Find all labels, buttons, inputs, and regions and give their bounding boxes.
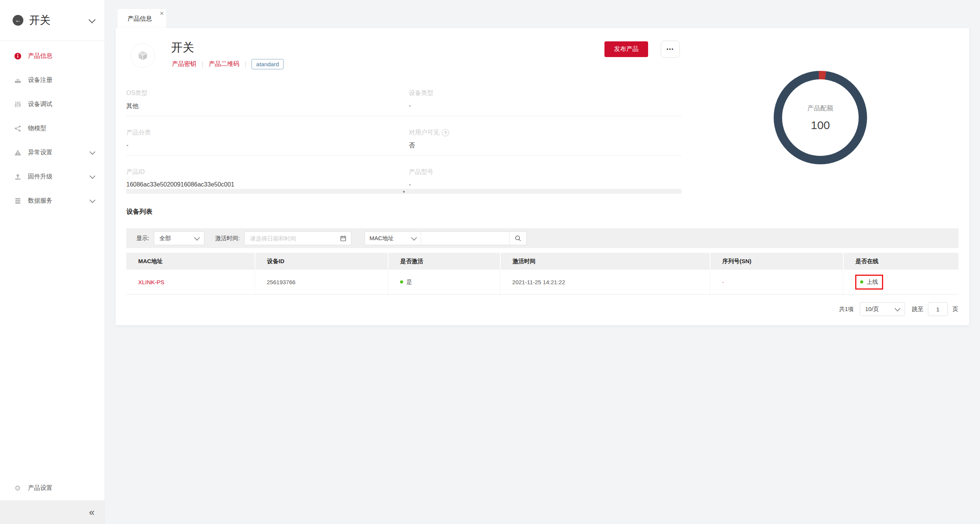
page-size-value: 10/页 (865, 306, 879, 313)
search-icon (514, 235, 521, 242)
chevron-down-icon (90, 197, 96, 203)
sidebar-item-device-register[interactable]: 设备注册 (0, 68, 105, 92)
sidebar-item-firmware-upgrade[interactable]: 固件升级 (0, 165, 105, 189)
search-field-value: MAC地址 (369, 235, 394, 242)
search-button[interactable] (509, 232, 526, 245)
database-icon (13, 197, 22, 205)
sidebar-item-label: 产品设置 (28, 484, 95, 492)
cell-device-id: 256193766 (255, 270, 388, 294)
field-value: 否 (409, 142, 681, 150)
search-field-select[interactable]: MAC地址 (365, 232, 421, 245)
cell-activated: 是 (388, 270, 500, 294)
help-icon[interactable]: ? (442, 129, 449, 136)
field-user-visible: 对用户可见 ? 否 (409, 129, 681, 156)
sidebar-item-label: 产品信息 (28, 52, 95, 60)
sidebar-item-device-debug[interactable]: 设备调试 (0, 92, 105, 116)
sidebar-item-label: 数据服务 (28, 197, 90, 205)
sidebar-item-thing-model[interactable]: 物模型 (0, 116, 105, 141)
product-avatar (131, 43, 155, 68)
upload-icon (13, 173, 22, 180)
green-dot-icon (860, 280, 863, 283)
product-qrcode-link[interactable]: 产品二维码 (209, 60, 239, 68)
device-list-title: 设备列表 (126, 207, 152, 216)
jump-page-input[interactable] (928, 302, 948, 316)
sidebar-item-label: 固件升级 (28, 173, 90, 181)
device-mac-link[interactable]: XLINK-PS (138, 279, 164, 285)
product-info-card: 开关 产品密钥 | 产品二维码 | atandard 发布产品 ••• OS类型… (116, 28, 969, 325)
field-label: 设备类型 (409, 89, 681, 97)
pagination: 共1项 10/页 跳至 页 (839, 302, 958, 316)
field-value: - (409, 181, 681, 188)
sidebar-nav: 产品信息 设备注册 设备调试 物模型 异常设置 (0, 41, 105, 213)
chevron-down-icon (90, 149, 96, 155)
publish-product-button[interactable]: 发布产品 (604, 41, 648, 57)
close-icon[interactable]: × (160, 9, 164, 18)
calendar-icon (340, 235, 346, 242)
collapse-triangle-icon: ▼ (402, 190, 406, 194)
tab-product-info[interactable]: 产品信息 × (118, 9, 166, 28)
donut-center-value: 100 (811, 119, 830, 132)
table-row: XLINK-PS 256193766 是 2021-11-25 14:21:22… (126, 270, 959, 295)
field-label: 对用户可见 (409, 129, 439, 137)
show-filter-value: 全部 (159, 235, 171, 242)
online-status-value: 上线 (867, 278, 878, 286)
sidebar-item-label: 物模型 (28, 124, 95, 133)
sidebar-item-label: 异常设置 (28, 149, 90, 157)
date-input[interactable] (249, 235, 340, 242)
cube-icon (136, 49, 149, 62)
cell-mac: XLINK-PS (126, 270, 255, 294)
collapse-sidebar-icon[interactable]: « (89, 507, 95, 517)
gear-icon: ⚙ (13, 485, 22, 492)
divider: | (245, 61, 246, 68)
product-type-tag: atandard (252, 59, 283, 69)
chevron-down-icon (411, 234, 417, 241)
field-label: 产品型号 (409, 168, 681, 176)
total-count: 共1项 (839, 306, 854, 313)
collapse-fields-bar[interactable]: ▼ (126, 189, 681, 194)
quota-donut-chart: 产品配额 100 (774, 71, 867, 164)
device-table-header: MAC地址 设备ID 是否激活 激活时间 序列号(SN) 是否在线 (126, 253, 959, 270)
sidebar-item-product-info[interactable]: 产品信息 (0, 44, 105, 68)
sidebar-item-product-settings[interactable]: ⚙ 产品设置 (0, 476, 105, 500)
back-icon[interactable]: ← (13, 15, 23, 26)
chevron-down-icon (90, 173, 96, 179)
column-header-mac: MAC地址 (126, 253, 255, 270)
search-compound: MAC地址 (364, 231, 527, 245)
sn-value: - (722, 279, 724, 285)
page-size-select[interactable]: 10/页 (860, 302, 905, 316)
column-header-device-id: 设备ID (255, 253, 388, 270)
sidebar-item-data-service[interactable]: 数据服务 (0, 189, 105, 213)
donut-center-label: 产品配额 (807, 104, 833, 113)
tab-label: 产品信息 (127, 15, 152, 23)
jump-suffix: 页 (952, 306, 958, 313)
more-actions-button[interactable]: ••• (661, 41, 680, 58)
field-value: - (409, 102, 681, 109)
sliders-icon (13, 101, 22, 108)
product-key-link[interactable]: 产品密钥 (172, 60, 196, 68)
chevron-down-icon (194, 234, 200, 241)
column-header-activation-time: 激活时间 (500, 253, 710, 270)
field-product-model: 产品型号 - (409, 168, 681, 191)
sidebar-item-exception-settings[interactable]: 异常设置 (0, 141, 105, 165)
search-input[interactable] (421, 232, 509, 245)
activation-time-picker[interactable] (244, 231, 351, 245)
device-list-filter-bar: 显示: 全部 激活时间: MAC地址 (126, 228, 959, 248)
product-switcher[interactable]: ← 开关 (0, 0, 105, 41)
divider: | (202, 61, 203, 68)
show-filter-select[interactable]: 全部 (154, 231, 204, 245)
activated-value: 是 (407, 278, 412, 286)
info-circle-icon (13, 52, 22, 60)
online-status-highlight-box: 上线 (855, 275, 883, 290)
cell-sn: - (710, 270, 843, 294)
chevron-down-icon (895, 305, 901, 311)
activation-time-label: 激活时间: (215, 235, 240, 242)
warning-icon (13, 149, 22, 156)
green-dot-icon (400, 280, 403, 283)
column-header-activated: 是否激活 (388, 253, 500, 270)
chevron-down-icon[interactable] (88, 16, 95, 23)
sidebar-item-label: 设备调试 (28, 100, 95, 108)
jump-to-label: 跳至 (912, 306, 923, 313)
show-filter-label: 显示: (136, 235, 149, 242)
cell-activation-time: 2021-11-25 14:21:22 (500, 270, 710, 294)
cell-online: 上线 (843, 270, 959, 294)
